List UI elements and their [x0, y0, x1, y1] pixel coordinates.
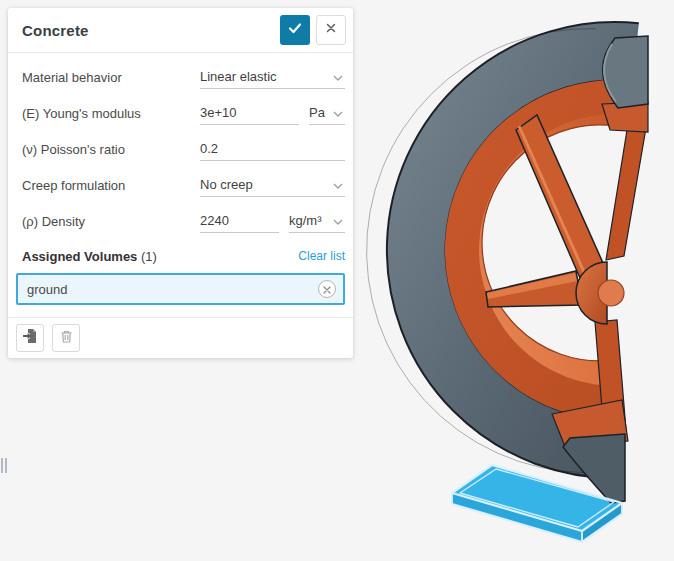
hub-bore[interactable] — [598, 280, 624, 306]
assign-volume-icon — [22, 328, 38, 348]
cut-web-upper[interactable] — [606, 124, 646, 260]
material-behavior-value: Linear elastic — [200, 69, 277, 84]
assigned-volumes-count: (1) — [141, 249, 157, 264]
creep-formulation-select[interactable]: No creep — [200, 174, 345, 197]
x-circle-icon — [323, 280, 331, 298]
youngs-modulus-unit-select[interactable]: Pa — [309, 102, 345, 125]
material-behavior-select[interactable]: Linear elastic — [200, 66, 345, 89]
density-input[interactable]: 2240 — [200, 210, 279, 233]
form-row-density: (ρ) Density 2240 kg/m³ — [22, 203, 345, 239]
form-row-creep-formulation: Creep formulation No creep — [22, 167, 345, 203]
creep-formulation-label: Creep formulation — [22, 178, 200, 193]
delete-button[interactable] — [52, 324, 80, 352]
poissons-ratio-label: (ν) Poisson's ratio — [22, 142, 200, 157]
chevron-down-icon — [333, 177, 343, 192]
form-row-youngs-modulus: (E) Young's modulus 3e+10 Pa — [22, 95, 345, 131]
remove-volume-button[interactable] — [318, 280, 336, 298]
panel-title: Concrete — [22, 22, 280, 39]
assigned-volumes-row: Assigned Volumes (1) Clear list — [22, 243, 345, 269]
chevron-down-icon — [333, 105, 343, 120]
panel-footer — [8, 317, 353, 358]
assigned-volume-chip[interactable]: ground — [16, 273, 345, 305]
spoke-upper[interactable] — [516, 115, 603, 278]
add-assignment-button[interactable] — [16, 324, 44, 352]
close-icon — [324, 21, 338, 39]
panel-header: Concrete — [8, 8, 353, 53]
assigned-volume-name: ground — [27, 282, 318, 297]
form-row-poissons-ratio: (ν) Poisson's ratio 0.2 — [22, 131, 345, 167]
trash-icon — [59, 329, 74, 348]
chevron-down-icon — [333, 69, 343, 84]
youngs-modulus-unit: Pa — [309, 105, 325, 120]
material-panel: Concrete Material behavior Linear elasti… — [8, 8, 353, 358]
creep-formulation-value: No creep — [200, 177, 253, 192]
assigned-volumes-title: Assigned Volumes — [22, 249, 137, 264]
chevron-down-icon — [333, 213, 343, 228]
confirm-button[interactable] — [280, 15, 310, 45]
poissons-ratio-value: 0.2 — [200, 141, 218, 156]
youngs-modulus-value: 3e+10 — [200, 105, 237, 120]
flywheel-model[interactable] — [367, 22, 648, 503]
density-unit-select[interactable]: kg/m³ — [289, 210, 345, 233]
assigned-volumes-label: Assigned Volumes (1) — [22, 249, 298, 264]
density-label: (ρ) Density — [22, 214, 200, 229]
panel-resize-handle[interactable] — [1, 458, 7, 473]
poissons-ratio-input[interactable]: 0.2 — [200, 138, 345, 161]
panel-body: Material behavior Linear elastic (E) You… — [8, 53, 353, 305]
form-row-material-behavior: Material behavior Linear elastic — [22, 59, 345, 95]
clear-list-link[interactable]: Clear list — [298, 249, 345, 263]
youngs-modulus-input[interactable]: 3e+10 — [200, 102, 299, 125]
youngs-modulus-label: (E) Young's modulus — [22, 106, 200, 121]
density-value: 2240 — [200, 213, 229, 228]
check-icon — [287, 20, 303, 40]
material-behavior-label: Material behavior — [22, 70, 200, 85]
density-unit: kg/m³ — [289, 213, 322, 228]
close-button[interactable] — [316, 15, 346, 45]
